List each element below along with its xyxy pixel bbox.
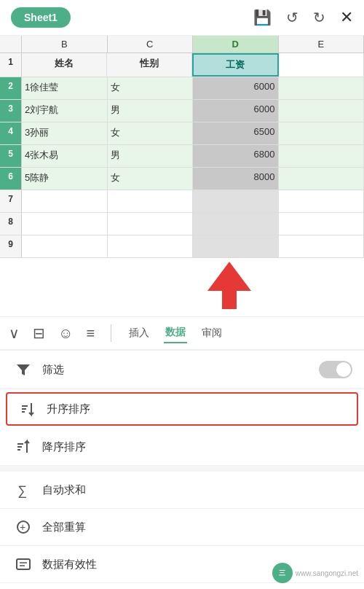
toolbar-chevron-icon[interactable]: ∨: [9, 324, 20, 342]
spreadsheet-area: B C D E 1 姓名 性别 工资 2 1徐佳莹 女 6000 3 2刘宇航 …: [0, 36, 364, 316]
table-row: 9: [0, 235, 364, 258]
table-row: 8: [0, 213, 364, 235]
cell-d1[interactable]: 工资: [192, 53, 280, 77]
row-num-8: 8: [0, 213, 22, 235]
autosum-label: 自动求和: [42, 483, 352, 497]
cell-e6[interactable]: [279, 168, 365, 190]
cell-d3[interactable]: 6000: [193, 100, 279, 122]
cell-d5[interactable]: 6800: [193, 145, 279, 167]
toolbar-face-icon[interactable]: ☺: [58, 325, 73, 342]
cell-b9[interactable]: [22, 235, 108, 257]
sort-desc-icon: [12, 439, 35, 455]
grid: 1 姓名 性别 工资 2 1徐佳莹 女 6000 3 2刘宇航 男 6000 4…: [0, 53, 364, 258]
up-arrow-svg: [204, 258, 255, 313]
col-header-d[interactable]: D: [193, 36, 279, 52]
row-num-1: 1: [0, 53, 22, 77]
sheet-tab[interactable]: Sheet1: [11, 7, 71, 28]
filter-menu-item[interactable]: 筛选: [0, 351, 364, 389]
recalc-menu-item[interactable]: + 全部重算: [0, 509, 364, 546]
cell-d2[interactable]: 6000: [193, 77, 279, 99]
close-icon[interactable]: ✕: [340, 8, 353, 27]
col-header-c[interactable]: C: [108, 36, 194, 52]
cell-c5[interactable]: 男: [108, 145, 194, 167]
table-row: 2 1徐佳莹 女 6000: [0, 77, 364, 100]
menu-divider-1: [0, 466, 364, 472]
top-bar: Sheet1 💾 ↺ ↻ ✕: [0, 0, 364, 36]
toolbar-menu-icon[interactable]: ≡: [86, 325, 95, 342]
cell-e2[interactable]: [279, 77, 365, 99]
undo-icon[interactable]: ↺: [286, 9, 298, 26]
save-icon[interactable]: 💾: [253, 9, 272, 26]
cell-b2[interactable]: 1徐佳莹: [22, 77, 108, 99]
row-num-9: 9: [0, 235, 22, 257]
sigma-icon: ∑: [12, 482, 35, 498]
table-row: 5 4张木易 男 6800: [0, 145, 364, 168]
cell-e8[interactable]: [279, 213, 365, 235]
table-row: 3 2刘宇航 男 6000: [0, 100, 364, 122]
cell-d4[interactable]: 6500: [193, 122, 279, 144]
datavalid-icon: [12, 556, 35, 572]
tab-review[interactable]: 审阅: [200, 324, 223, 343]
cell-b7[interactable]: [22, 190, 108, 212]
watermark-logo: 三: [272, 563, 293, 583]
cell-b3[interactable]: 2刘宇航: [22, 100, 108, 122]
cell-d8[interactable]: [193, 213, 279, 235]
column-headers: B C D E: [0, 36, 364, 53]
cell-c2[interactable]: 女: [108, 77, 194, 99]
toolbar-table-icon[interactable]: ⊟: [33, 324, 45, 342]
cell-c9[interactable]: [108, 235, 194, 257]
row-num-header: [0, 36, 22, 52]
cell-c6[interactable]: 女: [108, 168, 194, 190]
cell-d6[interactable]: 8000: [193, 168, 279, 190]
svg-rect-11: [17, 559, 30, 569]
toolbar: ∨ ⊟ ☺ ≡ 插入 数据 审阅: [0, 316, 364, 351]
autosum-menu-item[interactable]: ∑ 自动求和: [0, 472, 364, 509]
cell-c3[interactable]: 男: [108, 100, 194, 122]
cell-b1[interactable]: 姓名: [22, 53, 107, 77]
sort-desc-label: 降序排序: [42, 440, 352, 454]
redo-icon[interactable]: ↻: [313, 9, 325, 26]
cell-d9[interactable]: [193, 235, 279, 257]
menu-area: 筛选 升序排序 降序排序: [0, 351, 364, 583]
cell-e7[interactable]: [279, 190, 365, 212]
col-header-b[interactable]: B: [22, 36, 108, 52]
cell-e5[interactable]: [279, 145, 365, 167]
cell-e4[interactable]: [279, 122, 365, 144]
row-num-6: 6: [0, 168, 22, 190]
table-row: 6 5陈静 女 8000: [0, 168, 364, 190]
cell-b6[interactable]: 5陈静: [22, 168, 108, 190]
filter-label: 筛选: [42, 363, 319, 377]
toolbar-separator: [111, 324, 111, 342]
row-num-5: 5: [0, 145, 22, 167]
cell-d7[interactable]: [193, 190, 279, 212]
svg-marker-1: [17, 364, 30, 375]
cell-b8[interactable]: [22, 213, 108, 235]
top-bar-icons: 💾 ↺ ↻ ✕: [253, 8, 353, 27]
arrow-annotation: [0, 258, 364, 316]
cell-b5[interactable]: 4张木易: [22, 145, 108, 167]
svg-text:+: +: [20, 521, 25, 533]
svg-marker-0: [207, 262, 251, 309]
cell-e9[interactable]: [279, 235, 365, 257]
col-header-e[interactable]: E: [279, 36, 365, 52]
sort-asc-icon: [16, 401, 39, 417]
cell-b4[interactable]: 3孙丽: [22, 122, 108, 144]
filter-toggle[interactable]: [319, 361, 352, 378]
cell-c8[interactable]: [108, 213, 194, 235]
sort-asc-menu-item[interactable]: 升序排序: [6, 392, 358, 426]
svg-text:∑: ∑: [17, 483, 27, 498]
table-row: 7: [0, 190, 364, 213]
sort-asc-label: 升序排序: [47, 402, 348, 416]
watermark-text: www.sangongzi.net: [296, 569, 358, 577]
tab-data[interactable]: 数据: [164, 323, 187, 343]
cell-e1[interactable]: [279, 53, 364, 77]
tab-insert[interactable]: 插入: [127, 324, 151, 343]
cell-c4[interactable]: 女: [108, 122, 194, 144]
cell-e3[interactable]: [279, 100, 365, 122]
cell-c7[interactable]: [108, 190, 194, 212]
table-row: 1 姓名 性别 工资: [0, 53, 364, 77]
watermark: 三 www.sangongzi.net: [272, 563, 358, 583]
sort-desc-menu-item[interactable]: 降序排序: [0, 429, 364, 466]
cell-c1[interactable]: 性别: [107, 53, 192, 77]
row-num-2: 2: [0, 77, 22, 99]
